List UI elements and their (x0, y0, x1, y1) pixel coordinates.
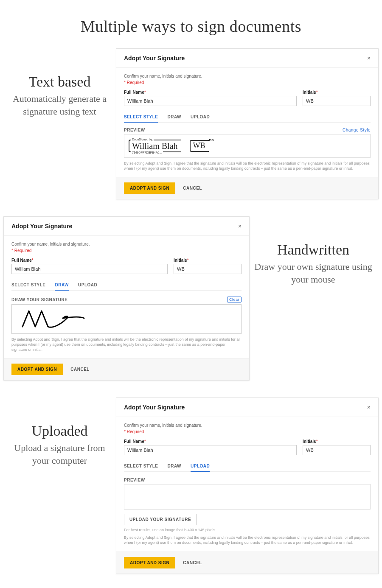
signature-frame: DocuSigned by: William Blah 7349DFF7DBFB… (129, 140, 181, 152)
signature-block: DocuSigned by: William Blah 7349DFF7DBFB… (129, 140, 181, 152)
initials-label: Initials* (303, 90, 371, 95)
preview-empty (124, 484, 371, 510)
adopt-and-sign-button[interactable]: ADOPT AND SIGN (124, 557, 175, 568)
section-uploaded: Uploaded Upload a signature from your co… (0, 398, 382, 574)
field-row: Full Name* Initials* (11, 258, 242, 274)
dialog-body: Confirm your name, initials and signatur… (116, 68, 378, 177)
preview-header: PREVIEW Change Style (124, 128, 371, 132)
confirm-text: Confirm your name, initials and signatur… (124, 74, 371, 78)
dialog-handwritten: Adopt Your Signature × Confirm your name… (3, 216, 250, 381)
field-fullname: Full Name* (11, 258, 168, 274)
tab-select-style[interactable]: SELECT STYLE (124, 112, 158, 123)
fullname-input[interactable] (124, 445, 297, 455)
initials-label: Initials* (303, 439, 371, 444)
label-title-hand: Handwritten (254, 242, 373, 258)
dialog-body: Confirm your name, initials and signatur… (116, 417, 378, 551)
signature-hash: 7349DFF7DBFB4A6… (131, 151, 163, 154)
confirm-text: Confirm your name, initials and signatur… (11, 242, 242, 246)
preview-label: PREVIEW (124, 478, 145, 482)
tab-upload[interactable]: UPLOAD (191, 112, 210, 122)
dialog-footer: ADOPT AND SIGN CANCEL (116, 177, 378, 199)
dialog-footer: ADOPT AND SIGN CANCEL (4, 358, 249, 380)
close-icon[interactable]: × (238, 223, 242, 230)
dialog-title: Adopt Your Signature (11, 223, 72, 230)
docusigned-by-label: DocuSigned by: (131, 138, 154, 141)
dialog-body: Confirm your name, initials and signatur… (4, 236, 249, 358)
dialog-header: Adopt Your Signature × (116, 398, 378, 417)
initials-label: Initials* (174, 258, 242, 263)
upload-signature-button[interactable]: UPLOAD YOUR SIGNATURE (124, 514, 197, 525)
dialog-text-based: Adopt Your Signature × Confirm your name… (116, 48, 379, 199)
initials-block: DS WB (190, 140, 209, 152)
fullname-input[interactable] (124, 96, 297, 106)
tab-select-style[interactable]: SELECT STYLE (124, 461, 158, 471)
fullname-input[interactable] (11, 264, 168, 274)
tab-select-style[interactable]: SELECT STYLE (11, 280, 45, 290)
label-sub-upload: Upload a signature from your computer (8, 442, 112, 467)
field-row: Full Name* Initials* (124, 90, 371, 106)
field-initials: Initials* (174, 258, 242, 274)
label-title-upload: Uploaded (8, 423, 112, 439)
required-text: * Required (11, 248, 242, 253)
cancel-button[interactable]: CANCEL (183, 186, 202, 190)
required-text: * Required (124, 80, 371, 85)
initials-input[interactable] (303, 445, 371, 455)
confirm-text: Confirm your name, initials and signatur… (124, 423, 371, 428)
dialog-uploaded: Adopt Your Signature × Confirm your name… (116, 398, 379, 574)
draw-area[interactable] (11, 304, 242, 334)
dialog-footer: ADOPT AND SIGN CANCEL (116, 552, 378, 574)
tab-draw[interactable]: DRAW (167, 112, 181, 122)
initials-script: WB (193, 142, 205, 150)
agreement-text: By selecting Adopt and Sign, I agree tha… (124, 161, 371, 177)
preview-header: PREVIEW (124, 478, 371, 482)
close-icon[interactable]: × (367, 55, 371, 62)
section-label-hand: Handwritten Draw your own signature usin… (250, 216, 377, 286)
label-sub-text: Automatically generate a signature using… (8, 92, 112, 118)
cancel-button[interactable]: CANCEL (70, 367, 90, 372)
section-label-upload: Uploaded Upload a signature from your co… (3, 398, 116, 467)
initials-input[interactable] (303, 96, 371, 106)
required-text: * Required (124, 429, 371, 434)
dialog-header: Adopt Your Signature × (4, 217, 249, 236)
cancel-button[interactable]: CANCEL (183, 560, 202, 565)
draw-label: DRAW YOUR SIGNATURE (11, 297, 67, 302)
fullname-label: Full Name* (124, 439, 297, 444)
preview-label: PREVIEW (124, 128, 145, 132)
field-row: Full Name* Initials* (124, 439, 371, 455)
adopt-and-sign-button[interactable]: ADOPT AND SIGN (11, 364, 63, 375)
tab-upload[interactable]: UPLOAD (78, 280, 97, 290)
tabs: SELECT STYLE DRAW UPLOAD (11, 280, 242, 291)
tab-draw[interactable]: DRAW (55, 280, 69, 291)
page-title: Multiple ways to sign documents (0, 17, 382, 36)
section-text-based: Text based Automatically generate a sign… (0, 48, 382, 199)
close-icon[interactable]: × (367, 404, 371, 411)
tabs: SELECT STYLE DRAW UPLOAD (124, 461, 371, 472)
section-handwritten: Adopt Your Signature × Confirm your name… (0, 216, 382, 381)
agreement-text: By selecting Adopt and Sign, I agree tha… (11, 337, 242, 358)
field-fullname: Full Name* (124, 439, 297, 455)
field-initials: Initials* (303, 439, 371, 455)
field-fullname: Full Name* (124, 90, 297, 106)
preview-box: DocuSigned by: William Blah 7349DFF7DBFB… (124, 134, 371, 158)
adopt-and-sign-button[interactable]: ADOPT AND SIGN (124, 182, 175, 194)
label-sub-hand: Draw your own signature using your mouse (254, 260, 373, 286)
draw-header: DRAW YOUR SIGNATURE Clear (11, 297, 242, 302)
fullname-label: Full Name* (11, 258, 168, 263)
tabs: SELECT STYLE DRAW UPLOAD (124, 112, 371, 123)
dialog-title: Adopt Your Signature (124, 404, 185, 411)
drawn-signature-icon (20, 308, 88, 331)
ds-label: DS (209, 138, 213, 142)
agreement-text: By selecting Adopt and Sign, I agree tha… (124, 535, 371, 551)
initials-input[interactable] (174, 264, 242, 274)
field-initials: Initials* (303, 90, 371, 106)
tab-draw[interactable]: DRAW (167, 461, 181, 471)
change-style-link[interactable]: Change Style (343, 128, 371, 132)
section-label-text: Text based Automatically generate a sign… (3, 48, 116, 118)
clear-button[interactable]: Clear (227, 297, 242, 302)
tab-upload[interactable]: UPLOAD (191, 461, 210, 472)
label-title-text: Text based (8, 74, 112, 90)
dialog-header: Adopt Your Signature × (116, 49, 378, 68)
fullname-label: Full Name* (124, 90, 297, 95)
dialog-title: Adopt Your Signature (124, 55, 185, 62)
signature-script: William Blah (132, 141, 178, 151)
